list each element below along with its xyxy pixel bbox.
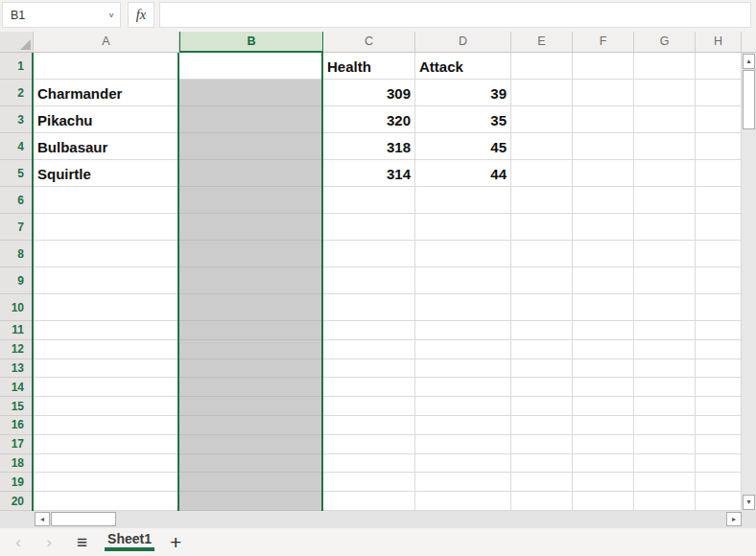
cell-E11[interactable] xyxy=(511,321,573,340)
cell-H16[interactable] xyxy=(696,416,742,435)
column-header-E[interactable]: E xyxy=(511,32,573,53)
cell-C15[interactable] xyxy=(323,397,415,416)
cell-A12[interactable] xyxy=(34,340,179,359)
prev-sheet-button[interactable]: ‹ xyxy=(12,534,25,550)
cell-E12[interactable] xyxy=(511,340,573,359)
cell-C19[interactable] xyxy=(323,473,415,492)
cell-G3[interactable] xyxy=(634,106,696,133)
cell-G10[interactable] xyxy=(634,294,696,321)
cell-F14[interactable] xyxy=(573,378,634,397)
column-header-G[interactable]: G xyxy=(634,32,696,53)
cell-A18[interactable] xyxy=(34,454,179,474)
cell-E5[interactable] xyxy=(511,160,573,187)
cell-D7[interactable] xyxy=(415,214,511,241)
cell-G1[interactable] xyxy=(634,53,696,80)
cell-F13[interactable] xyxy=(573,359,634,379)
cell-F12[interactable] xyxy=(573,340,634,359)
cell-F15[interactable] xyxy=(573,397,634,416)
cell-F8[interactable] xyxy=(573,241,634,267)
cell-G2[interactable] xyxy=(634,80,696,106)
cell-C5[interactable]: 314 xyxy=(323,160,415,187)
cell-F4[interactable] xyxy=(573,133,634,160)
cell-A19[interactable] xyxy=(34,473,179,492)
column-header-D[interactable]: D xyxy=(415,32,511,53)
cell-D17[interactable] xyxy=(415,435,511,454)
cell-A17[interactable] xyxy=(34,435,179,454)
cell-A16[interactable] xyxy=(34,416,179,435)
cell-C4[interactable]: 318 xyxy=(323,133,415,160)
row-header-12[interactable]: 12 xyxy=(0,340,34,359)
cell-E17[interactable] xyxy=(511,435,573,454)
cell-D3[interactable]: 35 xyxy=(415,106,511,133)
cell-C6[interactable] xyxy=(323,187,415,214)
cell-A8[interactable] xyxy=(34,241,179,267)
cell-B18[interactable] xyxy=(179,454,323,474)
cell-H3[interactable] xyxy=(696,106,742,133)
cell-B3[interactable] xyxy=(179,106,323,133)
cell-H5[interactable] xyxy=(696,160,742,187)
scroll-left-button[interactable]: ◂ xyxy=(35,512,50,526)
cell-C17[interactable] xyxy=(323,435,415,454)
cell-B14[interactable] xyxy=(179,378,323,397)
cell-H18[interactable] xyxy=(696,454,742,474)
row-header-2[interactable]: 2 xyxy=(0,80,34,106)
row-header-4[interactable]: 4 xyxy=(0,133,34,160)
cell-F2[interactable] xyxy=(573,80,634,106)
cell-F1[interactable] xyxy=(573,53,634,80)
cell-G17[interactable] xyxy=(634,435,696,454)
cell-E13[interactable] xyxy=(511,359,573,379)
cell-B7[interactable] xyxy=(179,214,323,241)
cell-H17[interactable] xyxy=(696,435,742,454)
cell-B11[interactable] xyxy=(179,321,323,340)
cell-F17[interactable] xyxy=(573,435,634,454)
cell-C12[interactable] xyxy=(323,340,415,359)
cell-B5[interactable] xyxy=(179,160,323,187)
cell-F7[interactable] xyxy=(573,214,634,241)
cell-F6[interactable] xyxy=(573,187,634,214)
column-header-A[interactable]: A xyxy=(34,32,179,53)
cell-H10[interactable] xyxy=(696,294,742,321)
row-header-7[interactable]: 7 xyxy=(0,214,34,241)
row-header-8[interactable]: 8 xyxy=(0,241,34,267)
cell-F19[interactable] xyxy=(573,473,634,492)
cell-B10[interactable] xyxy=(179,294,323,321)
cell-G12[interactable] xyxy=(634,340,696,359)
cell-E6[interactable] xyxy=(511,187,573,214)
row-header-5[interactable]: 5 xyxy=(0,160,34,187)
cell-C1[interactable]: Health xyxy=(323,53,415,80)
column-header-C[interactable]: C xyxy=(323,32,415,53)
cell-C20[interactable] xyxy=(323,492,415,511)
cell-D10[interactable] xyxy=(415,294,511,321)
scroll-down-button[interactable]: ▾ xyxy=(743,495,755,510)
cell-H7[interactable] xyxy=(696,214,742,241)
column-header-H[interactable]: H xyxy=(696,32,742,53)
cell-D5[interactable]: 44 xyxy=(415,160,511,187)
cell-C18[interactable] xyxy=(323,454,415,474)
cell-F10[interactable] xyxy=(573,294,634,321)
next-sheet-button[interactable]: › xyxy=(42,534,56,550)
cell-E10[interactable] xyxy=(511,294,573,321)
cell-C3[interactable]: 320 xyxy=(323,106,415,133)
name-box[interactable]: B1 v xyxy=(2,2,121,28)
cell-G19[interactable] xyxy=(634,473,696,492)
cell-H19[interactable] xyxy=(696,473,742,492)
cell-H20[interactable] xyxy=(696,492,742,511)
row-header-18[interactable]: 18 xyxy=(0,454,34,474)
cell-D16[interactable] xyxy=(415,416,511,435)
cell-H15[interactable] xyxy=(696,397,742,416)
cell-B9[interactable] xyxy=(179,267,323,294)
insert-function-button[interactable]: fx xyxy=(128,2,154,28)
cell-F9[interactable] xyxy=(573,267,634,294)
row-header-17[interactable]: 17 xyxy=(0,435,34,454)
cell-B4[interactable] xyxy=(179,133,323,160)
cell-A9[interactable] xyxy=(34,267,179,294)
cell-A3[interactable]: Pikachu xyxy=(34,106,179,133)
cell-G6[interactable] xyxy=(634,187,696,214)
column-header-F[interactable]: F xyxy=(573,32,634,53)
cell-A13[interactable] xyxy=(34,359,179,379)
column-header-B[interactable]: B xyxy=(179,32,323,53)
cell-C9[interactable] xyxy=(323,267,415,294)
cell-D20[interactable] xyxy=(415,492,511,511)
cell-D11[interactable] xyxy=(415,321,511,340)
cell-B1[interactable] xyxy=(179,53,323,80)
